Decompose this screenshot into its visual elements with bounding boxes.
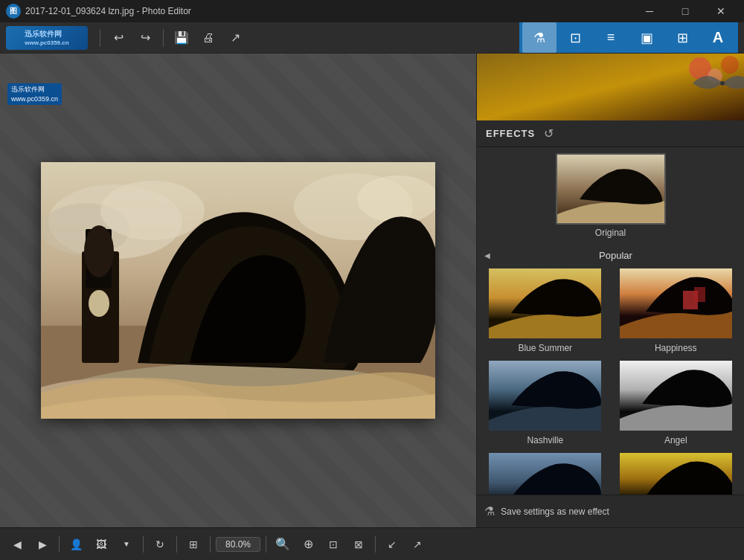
original-thumb[interactable] bbox=[556, 153, 666, 225]
photo-svg bbox=[41, 162, 435, 419]
svg-point-11 bbox=[84, 225, 114, 277]
tab-adjust[interactable]: ≡ bbox=[594, 22, 628, 53]
save-effect-label[interactable]: Save settings as new effect bbox=[501, 506, 609, 517]
header-decoration bbox=[477, 54, 744, 120]
bottom-sep-4 bbox=[210, 536, 211, 553]
bottom-sep-5 bbox=[266, 536, 266, 553]
nashville-thumb bbox=[487, 359, 603, 432]
export-button[interactable]: ↗ bbox=[406, 533, 429, 556]
toolbar: 迅乐软件网 www.pc0359.cn ↩ ↪ 💾 🖨 ↗ ⚗ ⊡ ≡ ▣ ⊞ … bbox=[0, 22, 744, 54]
effects-label: EFFECTS bbox=[486, 128, 535, 139]
original-label: Original bbox=[595, 228, 626, 238]
toolbar-separator-2 bbox=[163, 29, 164, 47]
flask-icon: ⚗ bbox=[484, 504, 495, 518]
svg-point-16 bbox=[721, 56, 739, 74]
nashville-label: Nashville bbox=[527, 435, 563, 445]
bottom-bar: ◀ ▶ 👤 🖼 ▼ ↻ ⊞ 80.0% 🔍 ⊕ ⊡ ⊠ ↙ ↗ bbox=[0, 527, 744, 560]
effects-scroll[interactable]: Original ◀ Popular bbox=[477, 147, 744, 495]
zoom-display[interactable]: 80.0% bbox=[216, 537, 260, 552]
right-panel: EFFECTS ↺ bbox=[476, 54, 744, 527]
svg-point-12 bbox=[89, 290, 109, 317]
bottom-sep-3 bbox=[176, 536, 177, 553]
tab-effects[interactable]: ⚗ bbox=[522, 22, 557, 53]
app-logo: 迅乐软件网 www.pc0359.cn bbox=[6, 26, 88, 50]
logo-line2: www.pc0359.cn bbox=[25, 39, 68, 46]
angel-thumb bbox=[618, 359, 734, 432]
photo-canvas bbox=[41, 162, 435, 419]
close-button[interactable]: ✕ bbox=[704, 0, 738, 22]
import-button[interactable]: ↙ bbox=[381, 533, 403, 556]
effect-item-blue-summer[interactable]: Blue Summer bbox=[483, 267, 608, 353]
tab-crop[interactable]: ⊡ bbox=[558, 22, 592, 53]
toolbar-right-tabs: ⚗ ⊡ ≡ ▣ ⊞ A bbox=[519, 22, 738, 53]
effect-item-angel[interactable]: Angel bbox=[614, 359, 739, 445]
svg-point-17 bbox=[720, 81, 725, 86]
blue-summer-thumb bbox=[487, 267, 603, 340]
cross-process-thumb bbox=[618, 451, 734, 495]
next-image-button[interactable]: ▶ bbox=[31, 533, 54, 556]
popular-title: Popular bbox=[495, 250, 737, 261]
dropdown-button[interactable]: ▼ bbox=[115, 533, 138, 556]
effects-grid: Blue Summer bbox=[483, 267, 738, 495]
back-button[interactable]: ↺ bbox=[544, 126, 554, 141]
effect-item-nashville[interactable]: Nashville bbox=[483, 359, 608, 445]
photo-container bbox=[41, 162, 435, 419]
blue-summer-label: Blue Summer bbox=[518, 343, 572, 353]
rotate-button[interactable]: ↻ bbox=[149, 533, 171, 556]
panel-header-bar: EFFECTS ↺ bbox=[477, 120, 744, 147]
print-button[interactable]: 🖨 bbox=[196, 26, 220, 50]
bottom-sep-2 bbox=[143, 536, 144, 553]
image-button[interactable]: 🖼 bbox=[90, 533, 112, 556]
effect-item-happiness[interactable]: Happiness bbox=[614, 267, 739, 353]
original-container: Original bbox=[483, 153, 738, 238]
bottom-sep-6 bbox=[375, 536, 376, 553]
effect-item-blue-wash[interactable]: Blue Wash bbox=[483, 451, 608, 495]
window-title: 2017-12-01_093624 lzn.jpg - Photo Editor bbox=[25, 6, 632, 16]
tab-frame[interactable]: ▣ bbox=[629, 22, 664, 53]
popular-section-header: ◀ Popular bbox=[483, 247, 738, 267]
minimize-button[interactable]: ─ bbox=[632, 0, 667, 22]
redo-button[interactable]: ↪ bbox=[133, 26, 157, 50]
happiness-label: Happiness bbox=[655, 343, 697, 353]
zoom-in-button[interactable]: ⊕ bbox=[297, 533, 319, 556]
main-area: 迅乐软件网 www.pc0359.cn bbox=[0, 54, 744, 527]
watermark: 迅乐软件网 www.pc0359.cn bbox=[7, 83, 62, 105]
share-button[interactable]: ↗ bbox=[223, 26, 247, 50]
person-button[interactable]: 👤 bbox=[65, 533, 87, 556]
toolbar-separator-1 bbox=[100, 29, 100, 47]
effect-item-cross-process[interactable]: Cross Process bbox=[614, 451, 739, 495]
bottom-sep-1 bbox=[59, 536, 60, 553]
panel-bottom-bar: ⚗ Save settings as new effect bbox=[477, 495, 744, 527]
fit-button[interactable]: ⊡ bbox=[322, 533, 344, 556]
window-controls: ─ □ ✕ bbox=[632, 0, 738, 22]
svg-point-3 bbox=[100, 181, 205, 240]
panel-header-image bbox=[477, 54, 744, 120]
blue-wash-thumb bbox=[487, 451, 603, 495]
logo-line1: 迅乐软件网 bbox=[25, 29, 68, 39]
undo-button[interactable]: ↩ bbox=[106, 26, 130, 50]
titlebar: 图 2017-12-01_093624 lzn.jpg - Photo Edit… bbox=[0, 0, 744, 22]
maximize-button[interactable]: □ bbox=[668, 0, 702, 22]
full-fit-button[interactable]: ⊠ bbox=[347, 533, 370, 556]
grid-button[interactable]: ⊞ bbox=[182, 533, 205, 556]
section-arrow: ◀ bbox=[484, 251, 490, 260]
prev-image-button[interactable]: ◀ bbox=[6, 533, 28, 556]
angel-label: Angel bbox=[664, 435, 687, 445]
happiness-thumb bbox=[618, 267, 734, 340]
app-icon: 图 bbox=[6, 4, 21, 19]
tab-text[interactable]: A bbox=[701, 22, 735, 53]
save-button[interactable]: 💾 bbox=[170, 26, 193, 50]
svg-point-5 bbox=[357, 176, 435, 223]
original-thumb-svg bbox=[557, 155, 666, 225]
tab-mosaic[interactable]: ⊞ bbox=[665, 22, 699, 53]
svg-rect-22 bbox=[694, 287, 705, 302]
zoom-out-button[interactable]: 🔍 bbox=[272, 533, 294, 556]
canvas-area: 迅乐软件网 www.pc0359.cn bbox=[0, 54, 476, 527]
